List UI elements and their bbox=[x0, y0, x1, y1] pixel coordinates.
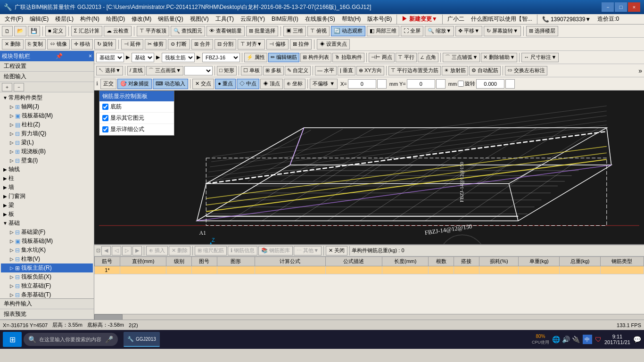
tree-node-foundation[interactable]: ▼ 基础 bbox=[1, 219, 93, 228]
layer-select[interactable]: 基础层 bbox=[96, 53, 124, 62]
nav-close-btn[interactable]: × bbox=[89, 53, 92, 59]
fp-checkbox-show-other[interactable] bbox=[102, 115, 108, 121]
fp-checkbox-bottom[interactable] bbox=[102, 104, 108, 110]
tree-node-common[interactable]: ▼ 常用构件类型 bbox=[1, 93, 93, 102]
tree-node-raft1[interactable]: ▷ ▣ 筏板基础(M) bbox=[1, 111, 93, 120]
btn-delete[interactable]: ✕ 删除 bbox=[2, 39, 24, 49]
btn-drag[interactable]: ⊠ 拉伸 bbox=[290, 39, 312, 49]
btn-rebar-info[interactable]: ℹ 钢筋信息 bbox=[228, 246, 257, 255]
rotate-stepper[interactable] bbox=[505, 79, 515, 89]
close-button[interactable]: × bbox=[628, 2, 640, 12]
project-settings[interactable]: 工程设置 bbox=[0, 61, 94, 72]
tree-node-axisline[interactable]: ▶ 轴线 bbox=[1, 165, 93, 174]
table-row[interactable]: 1* bbox=[95, 266, 644, 274]
fp-checkbox-show-formula[interactable] bbox=[102, 126, 108, 132]
btn-last[interactable]: ▶ bbox=[132, 246, 142, 255]
horizontal-scrollbar[interactable] bbox=[94, 314, 644, 320]
tree-node-col[interactable]: ▷ ▤ 柱柱(Z) bbox=[1, 120, 93, 129]
btn-intersection[interactable]: ✕ 交点 bbox=[192, 79, 214, 89]
tree-node-slab[interactable]: ▷ ⊞ 现浇板(B) bbox=[1, 147, 93, 156]
btn-set-vertex[interactable]: ◈ 设置夹点 bbox=[317, 39, 350, 49]
tree-node-raft-main[interactable]: ▷ ⊞ 筏板主筋(R) bbox=[1, 263, 93, 272]
floating-panel-title[interactable]: 钢筋显示控制面板 bbox=[99, 91, 174, 101]
btn-rebar-lib[interactable]: 📚 钢筋图库 bbox=[258, 246, 293, 255]
btn-vertex[interactable]: ◈ 顶点 bbox=[260, 79, 283, 89]
menu-file[interactable]: 文件(F) bbox=[2, 14, 26, 24]
btn-rotate[interactable]: ↻ 旋转 bbox=[94, 39, 116, 49]
btn-multi-plate[interactable]: ⊞ 多板 bbox=[263, 66, 284, 75]
tree-node-colpier[interactable]: ▷ ⊟ 柱墩(V) bbox=[1, 255, 93, 263]
btn-midpoint[interactable]: ◇ 中点 bbox=[237, 79, 259, 89]
btn-other[interactable]: ⋯ 其他▼ bbox=[294, 246, 322, 255]
btn-first[interactable]: ◀ bbox=[101, 246, 111, 255]
draw-mode-select[interactable] bbox=[184, 66, 213, 75]
btn-parallel[interactable]: ⊤ 平行 bbox=[396, 53, 417, 62]
btn-three-arc[interactable]: ⌒ 三点辅弧▼ bbox=[443, 53, 480, 62]
btn-zoom[interactable]: 🔍 缩放▼ bbox=[425, 26, 454, 36]
menu-price[interactable]: 造价豆:0 bbox=[594, 14, 622, 24]
menu-new-change[interactable]: ▶ 新建变更▼ bbox=[399, 14, 440, 24]
tree-node-wall[interactable]: ▶ 墙 bbox=[1, 183, 93, 192]
btn-swap-lr[interactable]: ⇔ 交换左右标注 bbox=[505, 66, 547, 75]
btn-pan[interactable]: ✥ 平移▼ bbox=[455, 26, 482, 36]
tree-node-beam[interactable]: ▷ ⊟ 梁(L) bbox=[1, 138, 93, 147]
btn-object-snap[interactable]: 🎯 对象捕捉 bbox=[117, 79, 152, 89]
btn-insert[interactable]: ⊕ 插入 bbox=[146, 246, 168, 255]
scrollbar-thumb[interactable] bbox=[94, 314, 123, 320]
menu-phone[interactable]: 📞 13907298339▼ bbox=[539, 15, 594, 24]
btn-no-offset[interactable]: 不偏移 ▼ bbox=[310, 79, 338, 89]
y-input[interactable] bbox=[407, 79, 435, 89]
tree-node-ftbeam[interactable]: ▷ ⊟ 基础梁(F) bbox=[1, 228, 93, 237]
btn-single-input[interactable]: 单构件输入 bbox=[0, 299, 94, 309]
btn-dim-mark[interactable]: ↔ 尺寸标注▼ bbox=[521, 53, 559, 62]
rebar-code-select[interactable]: FBZJ-16 bbox=[202, 53, 240, 62]
btn-copy[interactable]: ⎘ 复制 bbox=[25, 39, 46, 49]
tree-node-axis[interactable]: ▷ ⊞ 轴网(J) bbox=[1, 102, 93, 111]
menu-floor[interactable]: 楼层(L) bbox=[52, 14, 76, 24]
restore-button[interactable]: □ bbox=[615, 2, 627, 12]
btn-fullscreen[interactable]: ⛶ 全屏 bbox=[401, 26, 423, 36]
btn-new[interactable]: 🗋 bbox=[2, 26, 13, 36]
y-stepper[interactable] bbox=[436, 79, 446, 89]
menu-edit[interactable]: 编辑(E) bbox=[27, 14, 51, 24]
menu-cloud[interactable]: 云应用(Y) bbox=[238, 14, 268, 24]
tree-node-slab2[interactable]: ▶ 板 bbox=[1, 210, 93, 219]
btn-find[interactable]: 🔍 查找图元 bbox=[171, 26, 205, 36]
menu-rebar-qty[interactable]: 钢筋量(Q) bbox=[155, 14, 186, 24]
btn-dynamic-view[interactable]: 🔄 动态观察 bbox=[331, 26, 365, 36]
btn-3d[interactable]: ▣ 三维 bbox=[283, 26, 306, 36]
fp-item-show-other[interactable]: 显示其它图元 bbox=[99, 113, 174, 124]
rebar-type-select[interactable]: 筏板主筋 bbox=[162, 53, 195, 62]
btn-endpoint[interactable]: ● 重点 bbox=[215, 79, 236, 89]
expand-arrow[interactable]: » bbox=[638, 67, 642, 74]
tree-node-beam2[interactable]: ▶ 梁 bbox=[1, 201, 93, 210]
btn-single-plate[interactable]: ☐ 单板 bbox=[241, 66, 262, 75]
btn-top-view[interactable]: ⊤ 俯视 bbox=[307, 26, 330, 36]
btn-define[interactable]: ■ 定义 bbox=[45, 26, 66, 36]
btn-screen-rotate[interactable]: ↻ 屏幕旋转▼ bbox=[484, 26, 521, 36]
menu-component[interactable]: 构件(N) bbox=[77, 14, 102, 24]
btn-property[interactable]: ⚡ 属性 bbox=[244, 53, 267, 62]
tree-node-standalone[interactable]: ▷ ⊟ 独立基础(F) bbox=[1, 281, 93, 290]
ime-indicator[interactable]: 中 bbox=[583, 335, 592, 344]
minimize-button[interactable]: － bbox=[602, 2, 614, 12]
fp-item-bottom[interactable]: 底筋 bbox=[99, 101, 174, 113]
rotate-checkbox[interactable] bbox=[458, 81, 464, 87]
taskbar-app-ggj[interactable]: 🔧 GGJ2013 bbox=[124, 332, 160, 347]
btn-member-list[interactable]: ⊞ 构件列表 bbox=[300, 53, 331, 62]
tree-node-raft-neg[interactable]: ▷ ⊟ 筏板负筋(X) bbox=[1, 272, 93, 281]
btn-vertical[interactable]: | 垂直 bbox=[338, 66, 355, 75]
btn-straight[interactable]: / 直线 bbox=[127, 66, 145, 75]
btn-auto-rebar[interactable]: ⚙ 自动配筋 bbox=[469, 66, 501, 75]
btn-save[interactable]: 💾 bbox=[28, 26, 40, 36]
menu-tools[interactable]: 工具(T) bbox=[213, 14, 237, 24]
tree-node-opening[interactable]: ▶ 门窗洞 bbox=[1, 192, 93, 201]
btn-scale-rebar[interactable]: ⊞ 缩尺配筋 bbox=[195, 246, 227, 255]
btn-cloud-check[interactable]: ☁ 云检查 bbox=[104, 26, 132, 36]
btn-trim[interactable]: ✂ 修剪 bbox=[145, 39, 166, 49]
tree-node-raft2[interactable]: ▷ ▣ 筏板基础(M) bbox=[1, 237, 93, 246]
btn-offset[interactable]: ⊣ 偏移 bbox=[266, 39, 289, 49]
btn-custom-draw[interactable]: ✎ 自定义 bbox=[285, 66, 311, 75]
rotate-input[interactable] bbox=[476, 79, 504, 89]
btn-sum[interactable]: Σ 汇总计算 bbox=[71, 26, 102, 36]
